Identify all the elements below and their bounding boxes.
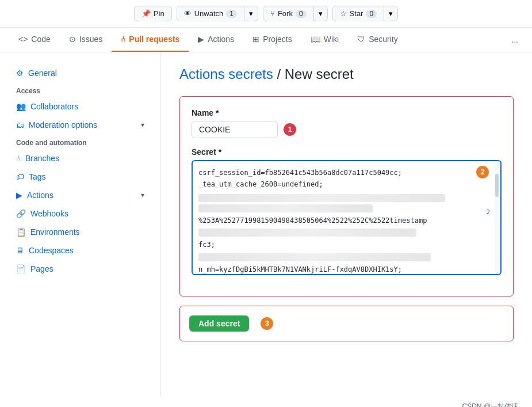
webhook-icon: 🔗 [16, 209, 26, 218]
secret-blurred-line-4 [198, 253, 431, 261]
badge-1: 1 [284, 123, 296, 136]
environment-icon: 📋 [16, 227, 26, 237]
tab-pull-requests[interactable]: ⑃ Pull requests [112, 28, 189, 52]
fork-dropdown[interactable]: ▾ [314, 6, 328, 21]
pin-button[interactable]: 📌 Pin [134, 6, 172, 21]
tab-projects[interactable]: ⊞ Projects [243, 28, 301, 52]
repo-actions-bar: 📌 Pin 👁 Unwatch 1 ▾ ⑂ Fork 0 ▾ ☆ Star 0 … [0, 0, 532, 28]
title-page: New secret [285, 66, 354, 82]
tag-icon: 🏷 [16, 172, 24, 181]
tab-security-label: Security [369, 35, 398, 44]
tab-code[interactable]: <> Code [9, 28, 60, 52]
people-icon: 👥 [16, 102, 26, 111]
star-dropdown[interactable]: ▾ [384, 6, 398, 21]
scrollbar-thumb [495, 174, 499, 197]
secret-blurred-line-2 [198, 204, 373, 212]
sidebar-item-pages[interactable]: 📄 Pages [9, 260, 151, 278]
sidebar-general-label: General [28, 69, 57, 78]
action-icon: ▶ [16, 191, 22, 200]
play-icon: ▶ [198, 35, 204, 44]
main-layout: ⚙ General Access 👥 Collaborators 🗂 Moder… [0, 52, 532, 396]
sidebar-code-section: Code and automation [9, 134, 151, 149]
sidebar-item-codespaces[interactable]: 🖥 Codespaces [9, 241, 151, 260]
tab-more[interactable]: ... [507, 28, 523, 51]
star-icon: ☆ [340, 9, 347, 18]
add-secret-button[interactable]: Add secret [189, 315, 249, 332]
shield-icon: 🛡 [357, 35, 365, 44]
sidebar-item-webhooks[interactable]: 🔗 Webhooks [9, 204, 151, 223]
star-label: Star [350, 9, 363, 18]
tab-wiki-label: Wiki [324, 35, 339, 44]
watermark-text: CSDN @一封传话 [462, 402, 518, 407]
tab-code-label: Code [31, 35, 50, 44]
sidebar-branches-label: Branches [25, 154, 59, 163]
pin-label: Pin [154, 9, 164, 18]
secret-line-2: _tea_utm_cache_2608=undefined; [198, 178, 489, 190]
secret-line-url: %253A%2527719981590498438505064%2522%252… [198, 215, 489, 226]
table-icon: ⊞ [252, 35, 259, 44]
fork-label: Fork [278, 9, 293, 18]
sidebar-item-moderation[interactable]: 🗂 Moderation options ▾ [9, 116, 151, 134]
sidebar-pages-label: Pages [30, 264, 53, 273]
star-group: ☆ Star 0 ▾ [332, 6, 399, 21]
pin-icon: 📌 [141, 9, 151, 18]
tab-actions[interactable]: ▶ Actions [189, 28, 243, 52]
actions-secrets-link[interactable]: Actions secrets [179, 66, 273, 82]
repo-nav: <> Code ⊙ Issues ⑃ Pull requests ▶ Actio… [0, 28, 532, 52]
sidebar-webhooks-label: Webhooks [30, 209, 68, 218]
eye-icon: 👁 [184, 9, 192, 18]
sidebar-item-collaborators[interactable]: 👥 Collaborators [9, 97, 151, 116]
fork-count: 0 [296, 10, 307, 18]
sidebar-collaborators-label: Collaborators [30, 102, 78, 111]
name-section: Name * 1 Secret * csrf_session_id=fb8526… [179, 96, 514, 296]
issue-icon: ⊙ [69, 35, 76, 44]
unwatch-count: 1 [226, 10, 237, 18]
sidebar-environments-label: Environments [30, 227, 80, 237]
sidebar-item-tags[interactable]: 🏷 Tags [9, 168, 151, 186]
tab-issues[interactable]: ⊙ Issues [60, 28, 112, 52]
tab-projects-label: Projects [263, 35, 292, 44]
moderation-icon: 🗂 [16, 120, 24, 130]
name-input-wrapper: 1 [192, 121, 502, 138]
secret-form-group: Secret * csrf_session_id=fb852641c543b56… [192, 147, 502, 275]
sidebar-item-branches[interactable]: ⑃ Branches [9, 149, 151, 168]
pull-request-icon: ⑃ [121, 35, 125, 44]
watermark: CSDN @一封传话 [0, 396, 532, 407]
gear-icon: ⚙ [16, 69, 24, 78]
name-form-group: Name * 1 [192, 108, 502, 138]
badge-3: 3 [261, 317, 273, 330]
unwatch-label: Unwatch [194, 9, 224, 18]
tab-wiki[interactable]: 📖 Wiki [301, 28, 348, 52]
sidebar-actions-label: Actions [27, 191, 141, 200]
secret-line-fc3: fc3; [198, 239, 489, 250]
line-number-hint: 2 [486, 207, 490, 218]
unwatch-group: 👁 Unwatch 1 ▾ [177, 6, 258, 21]
main-content: Actions secrets / New secret Name * 1 Se… [161, 52, 532, 396]
fork-icon: ⑂ [270, 9, 275, 18]
star-button[interactable]: ☆ Star 0 [332, 6, 385, 21]
book-icon: 📖 [311, 35, 320, 44]
secret-display[interactable]: csrf_session_id=fb852641c543b56a8dc07a11… [192, 160, 502, 275]
tab-issues-label: Issues [79, 35, 102, 44]
secret-line-1: csrf_session_id=fb852641c543b56a8dc07a11… [198, 167, 489, 178]
sidebar-item-general[interactable]: ⚙ General [9, 64, 151, 82]
add-secret-section: Add secret 3 [179, 306, 514, 341]
scrollbar[interactable] [495, 162, 499, 273]
sidebar-item-environments[interactable]: 📋 Environments [9, 223, 151, 241]
unwatch-button[interactable]: 👁 Unwatch 1 [177, 6, 244, 21]
fork-group: ⑂ Fork 0 ▾ [263, 6, 328, 21]
secret-label: Secret * [192, 147, 502, 157]
unwatch-dropdown[interactable]: ▾ [244, 6, 258, 21]
badge-2: 2 [476, 166, 489, 178]
tab-security[interactable]: 🛡 Security [348, 28, 407, 52]
sidebar: ⚙ General Access 👥 Collaborators 🗂 Moder… [0, 52, 161, 396]
name-input[interactable] [192, 121, 278, 138]
star-count: 0 [366, 10, 377, 18]
sidebar-item-actions[interactable]: ▶ Actions ▾ [9, 186, 151, 204]
tab-pull-requests-label: Pull requests [129, 35, 179, 44]
fork-button[interactable]: ⑂ Fork 0 [263, 6, 314, 21]
chevron-down-icon: ▾ [141, 121, 144, 129]
sidebar-tags-label: Tags [29, 172, 46, 181]
more-icon: ... [511, 35, 518, 44]
codespaces-icon: 🖥 [16, 246, 24, 255]
